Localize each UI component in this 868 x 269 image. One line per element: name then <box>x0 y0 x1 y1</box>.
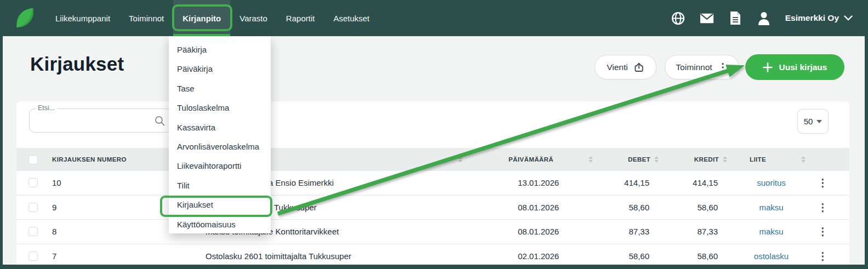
menu-item-liikevaihtoraportti[interactable]: Liikevaihtoraportti <box>169 156 271 175</box>
main-navigation: Liikekumppanit Toiminnot Kirjanpito Vara… <box>46 0 379 36</box>
row-kebab-menu-icon[interactable]: ⋮ <box>818 226 828 237</box>
menu-item-paivakirja[interactable]: Päiväkirja <box>169 59 271 78</box>
sort-icon[interactable] <box>654 156 659 163</box>
row-kebab-menu-icon[interactable]: ⋮ <box>818 177 828 188</box>
search-input[interactable] <box>30 109 171 132</box>
col-header-credit[interactable]: KREDIT <box>663 156 732 163</box>
entry-debit: 58,60 <box>597 203 663 212</box>
row-kebab-menu-icon[interactable]: ⋮ <box>818 250 828 262</box>
chevron-down-icon <box>844 15 853 21</box>
accounting-dropdown-menu: Pääkirja Päiväkirja Tase Tuloslaskelma K… <box>169 36 271 233</box>
page-size-select[interactable]: 50 <box>797 109 829 134</box>
top-navbar: Liikekumppanit Toiminnot Kirjanpito Vara… <box>0 0 868 36</box>
search-icon <box>155 116 165 126</box>
entry-credit: 414,15 <box>663 178 732 187</box>
sort-icon[interactable] <box>801 156 806 163</box>
nav-item-raportit[interactable]: Raportit <box>277 0 324 36</box>
nav-item-kirjanpito[interactable]: Kirjanpito <box>173 0 230 36</box>
col-header-date[interactable]: PÄIVÄMÄÄRÄ <box>466 156 597 163</box>
new-entry-button-label: Uusi kirjaus <box>779 62 827 72</box>
row-checkbox[interactable] <box>28 251 38 261</box>
menu-item-tilit[interactable]: Tilit <box>169 176 271 195</box>
entries-card: Etsi... 50 KIRJAUKSEN NUMERO PÄIVÄMÄÄRÄ … <box>16 101 849 265</box>
table-body: 10 a Ensio Esimerkki 13.01.2026 414,15 4… <box>16 171 849 265</box>
caret-down-icon <box>816 120 822 123</box>
menu-item-arvonlisaverolaskelma[interactable]: Arvonlisäverolaskelma <box>169 137 271 156</box>
row-checkbox[interactable] <box>28 178 38 187</box>
entry-number: 7 <box>47 251 200 261</box>
entry-date: 08.01.2026 <box>466 227 597 236</box>
entry-description: Ostolasku 2601 toimittajalta Tukkusuper <box>200 251 466 261</box>
menu-item-kayttoomaisuus[interactable]: Käyttöomaisuus <box>169 215 271 234</box>
attachment-link[interactable]: maksu <box>759 203 783 212</box>
entry-credit: 58,60 <box>663 251 732 261</box>
globe-icon[interactable] <box>671 11 686 25</box>
actions-button[interactable]: Toiminnot ⋮ <box>665 55 739 79</box>
entry-debit: 414,15 <box>597 178 663 187</box>
menu-item-kirjaukset[interactable]: Kirjaukset <box>169 195 271 214</box>
sort-icon[interactable] <box>458 156 462 163</box>
entry-credit: 87,33 <box>663 227 732 236</box>
menu-item-paakirja[interactable]: Pääkirja <box>169 40 271 59</box>
company-name: Esimerkki Oy <box>785 13 839 23</box>
nav-item-asetukset[interactable]: Asetukset <box>324 0 379 36</box>
search-field: Etsi... <box>29 108 172 133</box>
plus-icon <box>763 62 773 72</box>
page-size-value: 50 <box>804 117 813 126</box>
col-header-debit[interactable]: DEBET <box>597 156 663 163</box>
col-header-credit-label: KREDIT <box>694 156 719 163</box>
table-row[interactable]: 7 Ostolasku 2601 toimittajalta Tukkusupe… <box>16 244 849 265</box>
nav-item-liikekumppanit[interactable]: Liikekumppanit <box>46 0 119 36</box>
nav-item-varasto[interactable]: Varasto <box>230 0 277 36</box>
user-icon[interactable] <box>757 11 771 25</box>
col-header-debit-label: DEBET <box>628 156 650 163</box>
page-title: Kirjaukset <box>30 53 124 75</box>
menu-item-tuloslaskelma[interactable]: Tuloslaskelma <box>169 98 271 117</box>
col-header-attachment-label: LIITE <box>750 156 766 163</box>
attachment-link[interactable]: ostolasku <box>754 251 789 261</box>
kebab-menu-icon: ⋮ <box>718 62 728 72</box>
table-row[interactable]: 10 a Ensio Esimerkki 13.01.2026 414,15 4… <box>16 171 849 196</box>
page-content: Kirjaukset Vienti Toiminnot ⋮ Uusi kirja… <box>3 36 865 265</box>
new-entry-button[interactable]: Uusi kirjaus <box>745 54 844 80</box>
export-icon <box>633 62 644 73</box>
table-row[interactable]: 9 Tukkusuper 08.01.2026 58,60 58,60 maks… <box>16 196 849 220</box>
col-header-attachment[interactable]: LIITE <box>732 156 811 163</box>
entry-date: 13.01.2026 <box>466 178 597 187</box>
document-icon[interactable] <box>728 11 743 25</box>
menu-item-tase[interactable]: Tase <box>169 79 271 98</box>
row-kebab-menu-icon[interactable]: ⋮ <box>818 202 828 213</box>
nav-item-label: Kirjanpito <box>182 14 221 23</box>
entry-date: 02.01.2026 <box>466 251 597 261</box>
navbar-right: Esimerkki Oy <box>671 0 853 36</box>
menu-item-kassavirta[interactable]: Kassavirta <box>169 118 271 137</box>
company-menu[interactable]: Esimerkki Oy <box>785 13 853 23</box>
row-checkbox[interactable] <box>28 203 38 212</box>
entry-date: 08.01.2026 <box>466 203 597 212</box>
export-button-label: Vienti <box>607 62 628 72</box>
export-button[interactable]: Vienti <box>595 55 656 79</box>
attachment-link[interactable]: maksu <box>759 227 783 236</box>
attachment-link[interactable]: suoritus <box>757 178 786 187</box>
entry-debit: 87,33 <box>597 227 663 236</box>
select-all-checkbox[interactable] <box>28 155 38 164</box>
sort-icon[interactable] <box>723 156 727 163</box>
row-checkbox[interactable] <box>28 227 38 236</box>
nav-item-toiminnot[interactable]: Toiminnot <box>119 0 173 36</box>
actions-button-label: Toiminnot <box>676 62 712 72</box>
col-header-date-label: PÄIVÄMÄÄRÄ <box>509 156 553 163</box>
entry-debit: 58,60 <box>597 251 663 261</box>
table-row[interactable]: 8 Maksu toimittajalle Konttoritarvikkeet… <box>16 220 849 244</box>
leaf-logo-icon <box>14 6 35 30</box>
table-header-row: KIRJAUKSEN NUMERO PÄIVÄMÄÄRÄ DEBET KREDI… <box>16 148 849 171</box>
entry-credit: 58,60 <box>663 203 732 212</box>
sort-icon[interactable] <box>589 156 593 163</box>
mail-icon[interactable] <box>700 11 714 25</box>
